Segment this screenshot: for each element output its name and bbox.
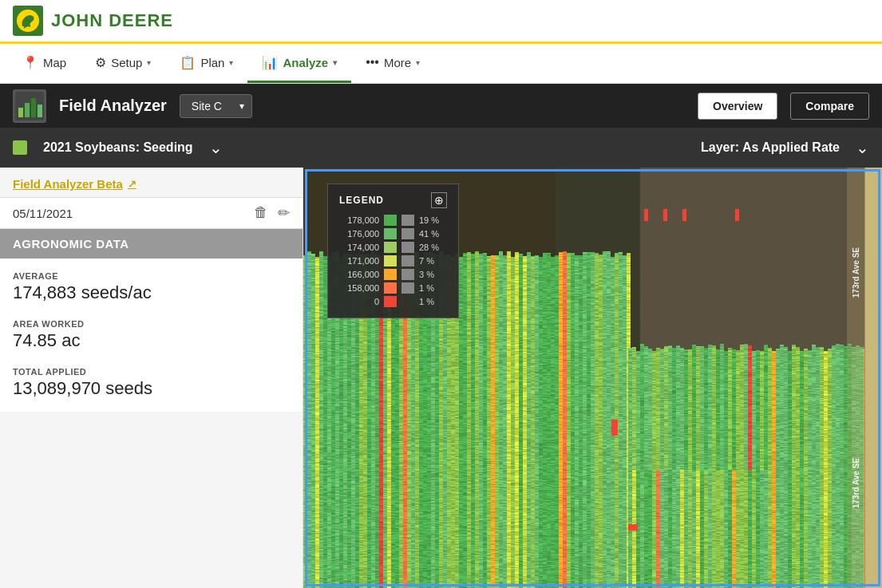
legend-header: LEGEND ⊕ [339, 192, 447, 208]
analyze-icon: 📊 [262, 55, 278, 70]
stat-average-label: AVERAGE [13, 271, 290, 281]
stat-area-value: 74.85 ac [13, 330, 290, 351]
layer-label: Layer: As Applied Rate [701, 140, 840, 155]
legend-pct-2: 28 % [419, 243, 447, 252]
legend-color-0 [384, 215, 397, 226]
setup-chevron-icon: ▾ [147, 58, 151, 67]
legend-overlay: LEGEND ⊕ 178,000 19 % 176,000 41 % 174,0… [327, 184, 459, 318]
legend-title: LEGEND [339, 195, 384, 206]
legend-color-6 [384, 296, 397, 307]
legend-gray-2 [401, 242, 414, 253]
legend-row-6: 0 1 % [339, 296, 447, 307]
road-label-right-top-text: 173rd Ave SE [852, 247, 860, 298]
legend-color-4 [384, 269, 397, 280]
legend-row-1: 176,000 41 % [339, 228, 447, 239]
legend-pct-0: 19 % [419, 215, 447, 225]
date-text: 05/11/2021 [13, 207, 73, 220]
legend-color-2 [384, 242, 397, 253]
legend-color-1 [384, 228, 397, 239]
date-row: 05/11/2021 🗑 ✏ [0, 197, 303, 229]
field-analyzer-beta-link[interactable]: Field Analyzer Beta ↗ [0, 168, 303, 197]
legend-value-6: 0 [339, 297, 379, 306]
legend-gray-4 [401, 269, 414, 280]
legend-pct-1: 41 % [419, 229, 447, 239]
stat-total-applied: TOTAL APPLIED 13,089,970 seeds [13, 367, 290, 399]
layer-bar: 2021 Soybeans: Seeding ⌄ Layer: As Appli… [0, 128, 882, 168]
legend-gray-0 [401, 215, 414, 226]
legend-gray-3 [401, 255, 414, 266]
season-color-indicator [13, 140, 27, 155]
road-right-top: 173rd Ave SE [847, 168, 864, 378]
legend-color-5 [384, 282, 397, 294]
map-area[interactable]: /* stripes rendered via rect elements be… [303, 168, 882, 588]
nav-item-analyze[interactable]: 📊 Analyze ▾ [247, 44, 351, 83]
nav-setup-label: Setup [111, 56, 142, 69]
toolbar-title: Field Analyzer [59, 97, 167, 115]
layer-chevron-icon[interactable]: ⌄ [856, 138, 869, 157]
header-bar: John Deere [0, 0, 882, 44]
legend-row-2: 174,000 28 % [339, 242, 447, 253]
nav-item-map[interactable]: 📍 Map [8, 44, 81, 83]
site-selector-wrap[interactable]: Site C Site A Site B ▾ [180, 94, 252, 118]
svg-rect-6 [38, 105, 42, 117]
map-icon: 📍 [22, 55, 38, 70]
nav-more-label: More [384, 56, 411, 69]
external-link-icon: ↗ [128, 178, 136, 190]
legend-value-3: 171,000 [339, 256, 379, 266]
nav-analyze-label: Analyze [283, 56, 328, 69]
site-selector[interactable]: Site C Site A Site B [180, 94, 252, 118]
legend-pct-6: 1 % [419, 297, 447, 306]
stat-area-worked: AREA WORKED 74.85 ac [13, 319, 290, 351]
left-panel: Field Analyzer Beta ↗ 05/11/2021 🗑 ✏ AGR… [0, 168, 303, 588]
field-analyzer-logo [13, 89, 46, 123]
john-deere-logo-icon [13, 6, 43, 36]
compare-button[interactable]: Compare [790, 93, 869, 120]
overview-button[interactable]: Overview [698, 93, 777, 120]
road-right-bottom: 173rd Ave SE [847, 378, 864, 589]
legend-value-0: 178,000 [339, 215, 379, 225]
toolbar-bar: Field Analyzer Site C Site A Site B ▾ Ov… [0, 84, 882, 128]
legend-row-0: 178,000 19 % [339, 215, 447, 226]
season-chevron-icon[interactable]: ⌄ [209, 138, 223, 157]
legend-pct-5: 1 % [419, 283, 447, 293]
legend-value-4: 166,000 [339, 270, 379, 279]
more-chevron-icon: ▾ [416, 58, 420, 67]
legend-gray-6 [401, 296, 414, 307]
legend-value-5: 158,000 [339, 283, 379, 293]
edit-date-icon[interactable]: ✏ [278, 204, 290, 222]
stat-average-value: 174,883 seeds/ac [13, 282, 290, 303]
main-content: Field Analyzer Beta ↗ 05/11/2021 🗑 ✏ AGR… [0, 168, 882, 588]
road-label-right-bottom-text: 173rd Ave SE [852, 458, 860, 508]
nav-item-plan[interactable]: 📋 Plan ▾ [165, 44, 247, 83]
legend-gray-1 [401, 228, 414, 239]
nav-item-setup[interactable]: ⚙ Setup ▾ [81, 44, 165, 83]
nav-item-more[interactable]: ••• More ▾ [351, 44, 434, 83]
legend-color-3 [384, 255, 397, 266]
setup-icon: ⚙ [95, 55, 106, 70]
beta-link-text: Field Analyzer Beta [13, 177, 123, 191]
plan-chevron-icon: ▾ [229, 58, 233, 67]
legend-row-4: 166,000 3 % [339, 269, 447, 280]
legend-pct-4: 3 % [419, 270, 447, 279]
delete-date-icon[interactable]: 🗑 [254, 204, 268, 222]
svg-rect-5 [31, 98, 36, 117]
legend-value-1: 176,000 [339, 229, 379, 239]
nav-map-label: Map [43, 56, 66, 69]
road-bar-right [864, 168, 882, 588]
nav-plan-label: Plan [200, 56, 224, 69]
season-label: 2021 Soybeans: Seeding [43, 140, 193, 155]
agronomic-data-header: AGRONOMIC DATA [0, 229, 303, 258]
stats-section: AVERAGE 174,883 seeds/ac AREA WORKED 74.… [0, 258, 303, 412]
stat-total-label: TOTAL APPLIED [13, 367, 290, 377]
legend-value-2: 174,000 [339, 243, 379, 252]
more-icon: ••• [366, 55, 379, 69]
svg-rect-4 [25, 103, 30, 117]
legend-gray-5 [401, 282, 414, 294]
logo-area: John Deere [13, 6, 173, 36]
stat-average: AVERAGE 174,883 seeds/ac [13, 271, 290, 303]
legend-expand-button[interactable]: ⊕ [431, 192, 447, 208]
date-actions: 🗑 ✏ [254, 204, 290, 222]
legend-row-5: 158,000 1 % [339, 282, 447, 294]
brand-name: John Deere [51, 10, 173, 31]
svg-rect-3 [18, 108, 23, 117]
